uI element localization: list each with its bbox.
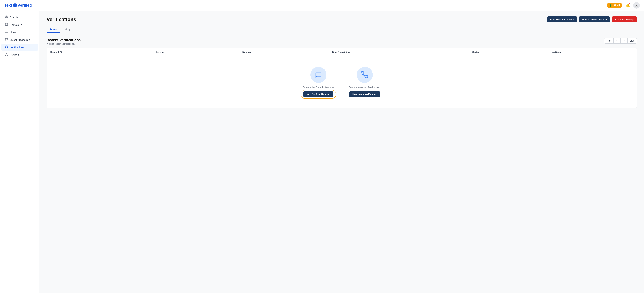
message-icon [5, 38, 8, 42]
section-title: Recent Verifications [46, 38, 81, 42]
col-number: Number [239, 48, 328, 56]
voice-icon-circle [357, 67, 373, 83]
chevron-down-icon: ▾ [21, 24, 22, 26]
sms-chat-icon [315, 71, 322, 79]
pagination-prev[interactable] [614, 38, 620, 43]
check-circle-icon [5, 46, 8, 49]
section-subtitle: A list of recent verifications. [46, 43, 81, 45]
svg-point-0 [636, 4, 637, 5]
sidebar-item-label: Rentals [10, 23, 19, 26]
table-empty-row: Create a SMS verification now. New SMS V… [47, 56, 637, 108]
sidebar-item-label: Credits [10, 16, 18, 19]
sidebar-item-credits[interactable]: Credits [2, 14, 38, 21]
page-title: Verifications [46, 17, 76, 22]
sms-empty-text: Create a SMS verification now. [302, 86, 334, 89]
sidebar-item-lines[interactable]: Lines [2, 29, 38, 36]
sidebar-item-label: Latest Messages [10, 38, 30, 41]
col-service: Service [152, 48, 239, 56]
user-avatar-button[interactable] [633, 2, 640, 9]
verifications-table-container: Created At Service Number Time Remaining… [46, 48, 637, 108]
sidebar-item-support[interactable]: Support [2, 51, 38, 58]
new-sms-verification-button[interactable]: New SMS Verification [547, 17, 577, 22]
pagination-next[interactable] [620, 38, 628, 43]
col-time-remaining: Time Remaining [328, 48, 469, 56]
pagination-last[interactable]: Last [628, 38, 637, 43]
tab-active[interactable]: Active [46, 26, 60, 33]
col-actions: Actions [549, 48, 637, 56]
person-icon [5, 53, 8, 57]
pagination: First Last [604, 38, 637, 44]
header-right: 💲 38.47 🔔 [606, 2, 640, 9]
page-header: Verifications New SMS Verification New V… [46, 17, 637, 22]
notification-badge [629, 3, 630, 4]
logo-text-2: verified [18, 3, 32, 8]
sms-icon-circle [310, 67, 326, 83]
sidebar-item-label: Support [10, 53, 19, 56]
tabs: Active History [46, 26, 637, 33]
verifications-table: Created At Service Number Time Remaining… [47, 48, 637, 108]
pagination-first[interactable]: First [604, 38, 614, 43]
sidebar-item-label: Verifications [10, 46, 24, 49]
sidebar-item-verifications[interactable]: Verifications [2, 44, 38, 51]
sidebar-item-rentals[interactable]: Rentals ▾ [2, 21, 38, 28]
sidebar-item-latest-messages[interactable]: Latest Messages [2, 36, 38, 43]
sidebar-item-label: Lines [10, 31, 16, 34]
phone-icon [361, 71, 368, 79]
credits-badge: 💲 38.47 [606, 3, 622, 8]
col-status: Status [469, 48, 549, 56]
svg-point-10 [6, 53, 7, 54]
header: Text verified 💲 38.47 🔔 [0, 0, 644, 11]
empty-new-voice-button[interactable]: New Voice Verification [349, 91, 380, 97]
logo: Text verified [4, 3, 32, 8]
layout: Credits Rentals ▾ Lines [0, 11, 644, 293]
section-header: Recent Verifications A list of recent ve… [46, 38, 637, 45]
calendar-icon [5, 23, 8, 27]
voice-empty-card: Create a voice verification now. New Voi… [349, 67, 381, 97]
svg-rect-2 [5, 24, 8, 26]
coin-icon: 💲 [609, 4, 612, 7]
main-content: Verifications New SMS Verification New V… [39, 11, 644, 293]
sidebar: Credits Rentals ▾ Lines [0, 11, 39, 293]
logo-text-1: Text [4, 3, 12, 8]
sms-button-highlight: New SMS Verification [304, 91, 334, 97]
empty-state-cell: Create a SMS verification now. New SMS V… [47, 56, 637, 108]
credits-amount: 38.47 [614, 4, 620, 7]
header-actions: New SMS Verification New Voice Verificat… [547, 17, 637, 22]
voice-empty-text: Create a voice verification now. [349, 86, 381, 89]
logo-checkmark-icon [13, 4, 17, 7]
table-header-row: Created At Service Number Time Remaining… [47, 48, 637, 56]
table-body: Create a SMS verification now. New SMS V… [47, 56, 637, 108]
sms-empty-card: Create a SMS verification now. New SMS V… [302, 67, 334, 97]
new-voice-verification-button[interactable]: New Voice Verification [579, 17, 610, 22]
dollar-icon [5, 16, 8, 19]
empty-state: Create a SMS verification now. New SMS V… [47, 56, 637, 108]
empty-new-sms-button[interactable]: New SMS Verification [304, 91, 334, 97]
notifications-button[interactable]: 🔔 [626, 3, 630, 8]
tab-history[interactable]: History [60, 26, 73, 33]
section-title-area: Recent Verifications A list of recent ve… [46, 38, 81, 45]
table-header: Created At Service Number Time Remaining… [47, 48, 637, 56]
archived-history-button[interactable]: Archived History [612, 17, 637, 22]
col-created-at: Created At [47, 48, 152, 56]
lines-icon [5, 31, 8, 34]
